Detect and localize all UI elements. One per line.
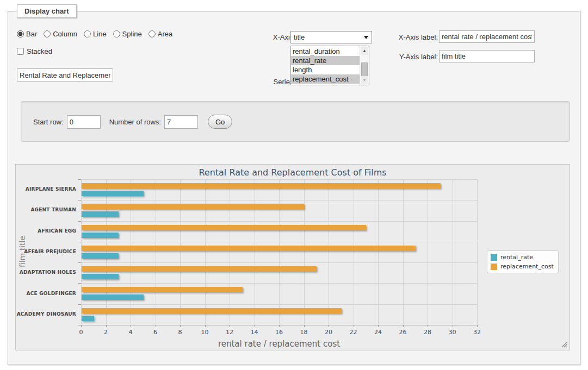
y-axis-label-caption: Y-Axis label: xyxy=(362,53,438,61)
grid-line-vertical xyxy=(180,179,181,325)
chart-type-label: Line xyxy=(93,30,107,38)
x-axis-label-caption: X-Axis label: xyxy=(362,33,438,41)
x-axis-label-input[interactable] xyxy=(439,30,535,43)
grid-line-horizontal xyxy=(81,200,477,200)
number-of-rows-label: Number of rows: xyxy=(109,118,161,126)
y-axis-tick xyxy=(78,262,81,263)
x-tick-label: 28 xyxy=(417,329,438,336)
x-tick-label: 0 xyxy=(70,329,92,336)
chart-type-radio-bar[interactable] xyxy=(17,30,24,37)
x-tick-label: 8 xyxy=(169,329,191,336)
x-tick-label: 24 xyxy=(367,329,389,336)
series-options: rental_durationrental_ratelengthreplacem… xyxy=(291,47,360,84)
chart-type-label: Bar xyxy=(26,30,37,38)
x-axis-select[interactable]: title xyxy=(290,31,372,43)
row-range-fieldset: Start row: Number of rows: Go xyxy=(21,101,570,142)
chart-type-label: Area xyxy=(158,30,172,38)
start-row-input[interactable] xyxy=(67,115,101,129)
x-tick-label: 20 xyxy=(318,329,339,336)
chart-type-radio-line[interactable] xyxy=(84,30,91,37)
listbox-scrollbar[interactable]: ▲ ▼ xyxy=(360,46,369,85)
chart-type-option-bar: Bar xyxy=(17,30,37,38)
chart-type-radio-area[interactable] xyxy=(148,30,156,37)
chart-title-input[interactable] xyxy=(17,68,113,81)
scroll-down-icon[interactable]: ▼ xyxy=(361,76,368,84)
x-tick-label: 26 xyxy=(392,329,414,336)
series-select-label: Series: xyxy=(215,78,295,86)
bar-segment-replacement_cost xyxy=(82,204,304,209)
grid-line-vertical xyxy=(428,179,428,325)
grid-line-horizontal xyxy=(81,221,477,222)
chart-type-radio-group: BarColumnLineSplineArea xyxy=(17,30,177,38)
display-chart-fieldset: Display chart BarColumnLineSplineArea St… xyxy=(8,11,580,365)
series-option-replacement_cost[interactable]: replacement_cost xyxy=(291,74,360,84)
grid-line-vertical xyxy=(354,179,354,325)
series-option-length[interactable]: length xyxy=(291,65,360,74)
x-axis-selected-value: title xyxy=(294,33,305,41)
category-label: ACE GOLDFINGER xyxy=(16,291,76,296)
x-tick-label: 22 xyxy=(343,329,364,336)
stacked-label: Stacked xyxy=(27,47,52,55)
bar-segment-rental_rate xyxy=(82,233,119,238)
scrollbar-thumb[interactable] xyxy=(361,62,368,77)
x-tick-label: 16 xyxy=(268,329,290,336)
start-row-label: Start row: xyxy=(33,118,64,126)
x-tick-label: 2 xyxy=(95,329,117,336)
y-axis-label-input[interactable] xyxy=(439,50,535,62)
bar-segment-replacement_cost xyxy=(82,308,342,313)
y-axis-tick xyxy=(78,242,81,242)
x-axis-title: rental rate / replacement cost xyxy=(170,339,388,349)
number-of-rows-input[interactable] xyxy=(164,115,198,129)
grid-line-horizontal xyxy=(81,262,477,263)
series-option-rental_duration[interactable]: rental_duration xyxy=(291,47,360,56)
fieldset-legend: Display chart xyxy=(17,4,77,18)
grid-line-vertical xyxy=(156,179,156,325)
x-axis-select-label: X-Axis: xyxy=(215,33,295,41)
y-axis-tick xyxy=(78,221,81,222)
series-option-rental_rate[interactable]: rental_rate xyxy=(291,56,360,65)
grid-line-vertical xyxy=(205,179,206,325)
x-tick-label: 30 xyxy=(442,329,463,336)
chart-type-label: Column xyxy=(53,30,77,38)
grid-line-vertical xyxy=(304,179,305,325)
category-label: AIRPLANE SIERRA xyxy=(16,186,76,192)
chart-type-option-line: Line xyxy=(84,30,107,38)
bar-segment-rental_rate xyxy=(82,274,119,279)
go-button[interactable]: Go xyxy=(208,115,232,129)
bar-segment-rental_rate xyxy=(82,191,144,196)
resize-handle-icon[interactable] xyxy=(561,341,567,348)
grid-line-horizontal xyxy=(81,242,477,242)
grid-line-vertical xyxy=(329,179,329,325)
chart-type-option-spline: Spline xyxy=(113,30,142,38)
grid-line-vertical xyxy=(106,179,107,325)
bar-segment-replacement_cost xyxy=(82,266,317,272)
grid-line-vertical xyxy=(279,179,280,325)
category-label: AGENT TRUMAN xyxy=(16,207,76,212)
x-tick-label: 32 xyxy=(466,329,488,336)
category-label: ACADEMY DINOSAUR xyxy=(16,311,76,317)
chart-type-radio-column[interactable] xyxy=(44,30,51,37)
grid-line-horizontal xyxy=(81,283,477,284)
page: Display chart BarColumnLineSplineArea St… xyxy=(0,0,588,370)
grid-line-vertical xyxy=(230,179,230,325)
bar-segment-replacement_cost xyxy=(82,287,243,292)
x-tick-label: 12 xyxy=(219,329,240,336)
chart-type-option-area: Area xyxy=(148,30,172,38)
series-listbox[interactable]: rental_durationrental_ratelengthreplacem… xyxy=(290,46,369,85)
legend-label: replacement_cost xyxy=(500,263,554,270)
stacked-checkbox[interactable] xyxy=(17,48,24,55)
legend-swatch xyxy=(491,264,497,270)
y-axis-tick xyxy=(78,200,81,200)
grid-line-vertical xyxy=(403,179,404,325)
grid-line-horizontal xyxy=(81,179,477,180)
x-tick-label: 10 xyxy=(194,329,216,336)
grid-line-horizontal xyxy=(81,304,477,305)
legend-label: rental_rate xyxy=(500,254,533,261)
grid-line-vertical xyxy=(477,179,478,325)
legend-item-replacement_cost[interactable]: replacement_cost xyxy=(491,263,554,270)
y-axis-title: film title xyxy=(18,235,27,268)
category-label: ADAPTATION HOLES xyxy=(16,269,76,275)
legend-swatch xyxy=(491,254,497,261)
legend-item-rental_rate[interactable]: rental_rate xyxy=(491,254,554,261)
chart-type-radio-spline[interactable] xyxy=(113,30,120,37)
